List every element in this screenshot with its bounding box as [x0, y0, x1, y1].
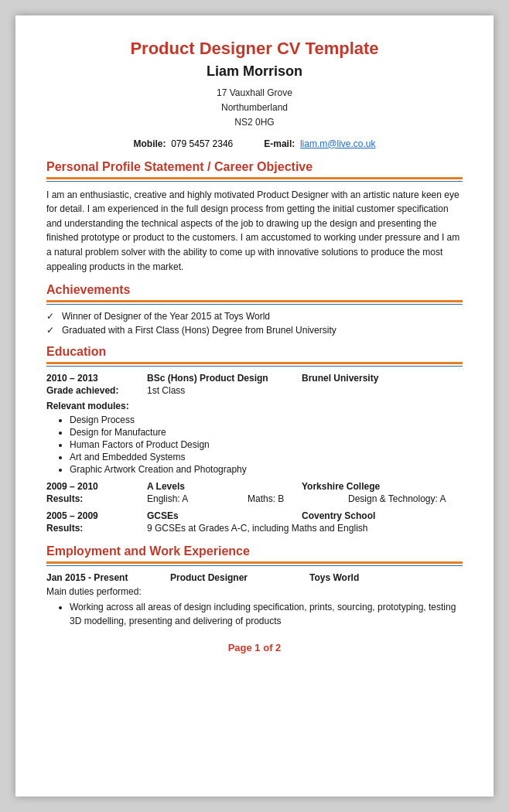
duties-label: Main duties performed: [46, 586, 463, 597]
education-divider-orange [46, 362, 463, 364]
modules-list: Design Process Design for Manufacture Hu… [46, 415, 463, 475]
page-number: Page 1 of 2 [46, 642, 463, 653]
module-item: Graphic Artwork Creation and Photography [70, 464, 463, 475]
results-label-3: Results: [46, 523, 147, 534]
contact-row: Mobile: 079 5457 2346 E-mail: liam.m@liv… [46, 138, 463, 149]
edu-results-row-2: Results: English: A Maths: B Design & Te… [46, 493, 463, 504]
candidate-address: 17 Vauxhall Grove Northumberland NS2 0HG [46, 86, 463, 131]
employment-divider-blue [46, 565, 463, 566]
relevant-modules-label: Relevant modules: [46, 401, 463, 411]
emp-period: Jan 2015 - Present [46, 572, 170, 583]
profile-divider-orange [46, 177, 463, 179]
mobile-label: Mobile: [134, 138, 166, 149]
profile-divider-blue [46, 181, 463, 182]
module-item: Art and Embedded Systems [70, 452, 463, 462]
cv-page: Product Designer CV Template Liam Morris… [15, 15, 494, 797]
edu-results-row-3: Results: 9 GCSEs at Grades A-C, includin… [46, 523, 463, 534]
grade-value-1: 1st Class [147, 385, 302, 396]
mobile-info: Mobile: 079 5457 2346 [134, 138, 234, 149]
result-dt: Design & Technology: A [348, 493, 463, 504]
edu-grade-row-1: Grade achieved: 1st Class [46, 385, 463, 396]
emp-employer: Toys World [309, 572, 463, 583]
employment-divider-orange [46, 561, 463, 564]
education-entry-1: 2010 – 2013 BSc (Hons) Product Design Br… [46, 373, 463, 384]
address-line1: 17 Vauxhall Grove [217, 87, 292, 98]
achievements-list: Winner of Designer of the Year 2015 at T… [46, 311, 463, 336]
employment-heading: Employment and Work Experience [46, 544, 463, 558]
edu-inst-3: Coventry School [302, 510, 463, 521]
achievement-item: Winner of Designer of the Year 2015 at T… [46, 311, 463, 322]
duties-list: Working across all areas of design inclu… [46, 600, 463, 628]
results-gcse: 9 GCSEs at Grades A-C, including Maths a… [147, 523, 463, 534]
emp-role: Product Designer [170, 572, 309, 583]
email-link[interactable]: liam.m@live.co.uk [300, 138, 376, 149]
address-line2: Northumberland [221, 102, 288, 113]
edu-years-2: 2009 – 2010 [46, 481, 147, 492]
result-english: English: A [147, 493, 248, 504]
duty-item: Working across all areas of design inclu… [70, 600, 463, 628]
edu-qual-2: A Levels [147, 481, 302, 492]
achievements-heading: Achievements [46, 283, 463, 297]
edu-years-1: 2010 – 2013 [46, 373, 147, 384]
module-item: Design Process [70, 415, 463, 425]
edu-years-3: 2005 – 2009 [46, 510, 147, 521]
edu-inst-2: Yorkshire College [302, 481, 463, 492]
edu-qual-3: GCSEs [147, 510, 302, 521]
education-entry-2: 2009 – 2010 A Levels Yorkshire College [46, 481, 463, 492]
edu-inst-1: Brunel University [302, 373, 463, 384]
result-maths: Maths: B [248, 493, 348, 504]
grade-label-1: Grade achieved: [46, 385, 147, 396]
email-info: E-mail: liam.m@live.co.uk [264, 138, 375, 149]
module-item: Human Factors of Product Design [70, 439, 463, 450]
profile-heading: Personal Profile Statement / Career Obje… [46, 160, 463, 174]
page-title: Product Designer CV Template [46, 39, 463, 59]
module-item: Design for Manufacture [70, 427, 463, 438]
profile-text: I am an enthusiastic, creative and highl… [46, 188, 463, 275]
employment-entry-1: Jan 2015 - Present Product Designer Toys… [46, 572, 463, 583]
address-line3: NS2 0HG [234, 117, 274, 128]
results-label-2: Results: [46, 493, 147, 504]
education-entry-3: 2005 – 2009 GCSEs Coventry School [46, 510, 463, 521]
mobile-value: 079 5457 2346 [171, 138, 233, 149]
education-heading: Education [46, 345, 463, 359]
achievements-divider-blue [46, 304, 463, 305]
achievements-divider-orange [46, 300, 463, 302]
achievement-item: Graduated with a First Class (Hons) Degr… [46, 325, 463, 336]
candidate-name: Liam Morrison [46, 63, 463, 80]
education-divider-blue [46, 366, 463, 367]
email-label: E-mail: [264, 138, 295, 149]
edu-qual-1: BSc (Hons) Product Design [147, 373, 302, 384]
